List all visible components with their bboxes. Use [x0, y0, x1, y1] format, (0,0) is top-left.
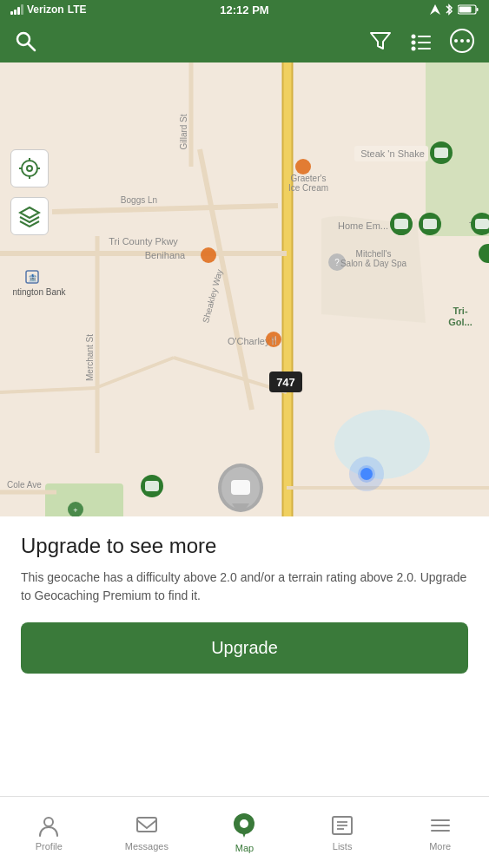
network-label: LTE: [68, 3, 87, 16]
layers-button[interactable]: [10, 197, 49, 235]
svg-text:Graeter's: Graeter's: [291, 174, 327, 183]
svg-line-5: [29, 44, 36, 51]
tab-messages-label: Messages: [125, 841, 169, 852]
tab-more-label: More: [429, 841, 451, 852]
svg-text:?: ?: [334, 258, 340, 267]
messages-icon: [135, 813, 159, 838]
svg-text:Benihana: Benihana: [145, 250, 186, 260]
svg-text:Mitchell's: Mitchell's: [356, 249, 392, 259]
target-location-button[interactable]: [10, 149, 49, 187]
upgrade-description: This geocache has a difficulty above 2.0…: [21, 569, 468, 605]
svg-point-7: [412, 35, 416, 39]
more-icon: [428, 813, 453, 838]
svg-point-111: [240, 819, 248, 828]
signal-bars-icon: [10, 4, 23, 15]
svg-point-55: [295, 159, 311, 174]
svg-rect-3: [459, 7, 472, 13]
svg-text:Tri County Pkwy: Tri County Pkwy: [109, 236, 178, 247]
svg-text:🏦: 🏦: [28, 273, 38, 283]
status-right: [430, 3, 479, 16]
svg-text:Gillard St: Gillard St: [179, 114, 188, 149]
svg-point-9: [412, 47, 416, 51]
svg-rect-83: [394, 219, 408, 229]
upgrade-button[interactable]: Upgrade: [21, 622, 468, 674]
svg-text:Steak 'n Shake: Steak 'n Shake: [360, 148, 425, 159]
more-options-button[interactable]: [449, 28, 475, 54]
svg-text:Boggs Ln: Boggs Ln: [121, 195, 157, 205]
lists-icon: [330, 813, 354, 838]
location-arrow-icon: [430, 4, 440, 15]
svg-text:Tri-: Tri-: [453, 306, 467, 316]
map-view[interactable]: Tri- Gol... Boggs Ln Sheakley Way Gillar…: [0, 62, 489, 687]
svg-text:+: +: [73, 506, 77, 515]
svg-text:🍴: 🍴: [269, 335, 280, 345]
svg-text:Home Em...: Home Em...: [338, 220, 388, 231]
svg-point-108: [44, 818, 53, 826]
tab-profile[interactable]: Profile: [0, 813, 98, 852]
svg-rect-85: [475, 219, 489, 229]
svg-rect-109: [137, 818, 156, 832]
svg-marker-6: [371, 33, 390, 49]
top-nav: [0, 19, 489, 62]
svg-text:747: 747: [276, 376, 295, 389]
svg-point-54: [201, 247, 216, 263]
svg-point-93: [360, 468, 373, 480]
svg-rect-87: [145, 481, 159, 491]
svg-text:Merchant St: Merchant St: [85, 334, 95, 381]
carrier-label: Verizon: [27, 3, 64, 16]
svg-rect-2: [477, 8, 479, 11]
tab-lists[interactable]: Lists: [294, 813, 392, 852]
upgrade-title: Upgrade to see more: [21, 534, 468, 558]
status-time: 12:12 PM: [220, 3, 268, 16]
svg-text:Gol...: Gol...: [448, 317, 472, 327]
tab-map[interactable]: Map: [195, 812, 294, 853]
svg-marker-107: [20, 207, 39, 218]
upgrade-panel: Upgrade to see more This geocache has a …: [0, 516, 489, 687]
search-button[interactable]: [14, 30, 36, 52]
svg-point-15: [460, 39, 464, 43]
svg-rect-81: [423, 219, 437, 229]
tab-more[interactable]: More: [391, 813, 489, 852]
filter-button[interactable]: [369, 30, 392, 52]
svg-point-8: [412, 41, 416, 45]
svg-text:ntington Bank: ntington Bank: [12, 287, 66, 297]
svg-point-102: [27, 166, 32, 171]
svg-text:Salon & Day Spa: Salon & Day Spa: [340, 259, 407, 268]
tab-profile-label: Profile: [36, 841, 63, 852]
svg-point-16: [466, 39, 470, 43]
tab-lists-label: Lists: [333, 841, 353, 852]
status-bar: Verizon LTE 12:12 PM: [0, 0, 489, 19]
svg-marker-0: [430, 4, 440, 15]
svg-text:Ice Cream: Ice Cream: [288, 183, 328, 193]
svg-point-14: [454, 39, 458, 43]
tab-messages[interactable]: Messages: [98, 813, 196, 852]
svg-point-101: [22, 161, 37, 176]
map-icon: [230, 812, 258, 839]
status-left: Verizon LTE: [10, 3, 86, 16]
bluetooth-icon: [445, 3, 453, 16]
battery-icon: [458, 4, 479, 15]
svg-rect-90: [231, 480, 250, 495]
svg-rect-79: [434, 148, 448, 158]
profile-icon: [36, 813, 61, 838]
list-view-button[interactable]: [409, 30, 432, 52]
tab-map-label: Map: [235, 843, 254, 853]
svg-text:Cole Ave: Cole Ave: [7, 480, 42, 490]
tab-bar: Profile Messages Map Lists More: [0, 796, 489, 868]
